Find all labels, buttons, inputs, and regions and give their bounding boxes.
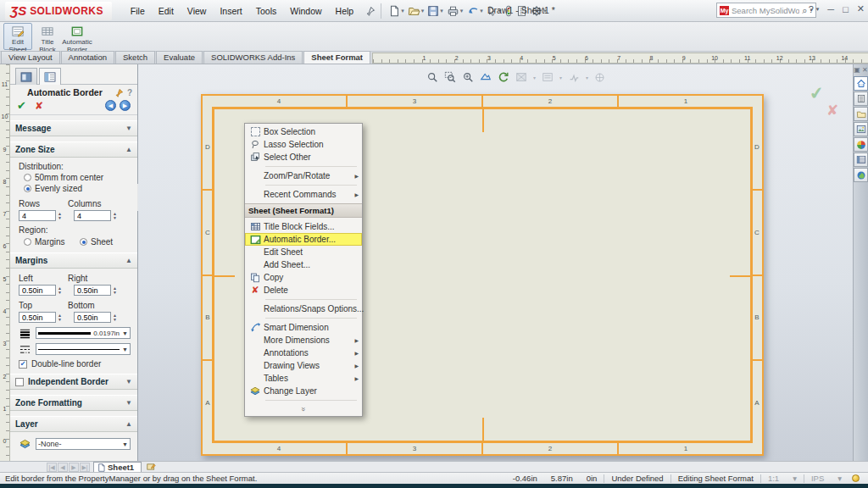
spinner-icon[interactable]: ▲▼ xyxy=(113,313,117,322)
help-icon[interactable]: ? xyxy=(127,88,132,97)
menu-item-change-layer[interactable]: Change Layer xyxy=(245,385,362,397)
display-style-icon[interactable] xyxy=(515,71,527,83)
next-sheet-button[interactable]: ▶ xyxy=(69,463,79,472)
spinner-icon[interactable]: ▲▼ xyxy=(58,313,62,322)
close-button[interactable]: ✕ xyxy=(857,3,865,14)
redraw-icon[interactable] xyxy=(498,71,509,83)
view-settings-icon[interactable] xyxy=(568,71,580,83)
layer-section-header[interactable]: Layer ▲ xyxy=(10,416,137,432)
independent-border-section-header[interactable]: Independent Border ▼ xyxy=(10,374,137,390)
menu-item[interactable]: Edit xyxy=(152,3,181,19)
menu-item-copy[interactable]: Copy xyxy=(245,271,362,284)
search-icon[interactable]: ⌕ xyxy=(802,5,807,16)
cancel-x-icon[interactable]: ✘ xyxy=(35,100,43,112)
menu-item[interactable]: Tools xyxy=(249,3,284,19)
menu-expand-button[interactable]: » xyxy=(245,403,362,414)
radio-sheet[interactable]: Sheet xyxy=(80,237,131,247)
taskpane-tab-design-library[interactable] xyxy=(854,92,868,106)
menu-item-title-block-fields[interactable]: Title Block Fields... xyxy=(245,220,362,233)
minimize-button[interactable]: ─ xyxy=(827,4,834,14)
columns-input[interactable] xyxy=(74,210,111,221)
search-input[interactable]: Search MySolidWorks xyxy=(732,6,799,15)
view-orientation-icon[interactable] xyxy=(594,72,605,83)
zone-formatting-section-header[interactable]: Zone Formatting ▼ xyxy=(10,395,137,411)
menu-item[interactable]: View xyxy=(181,3,214,19)
dropdown-caret-icon[interactable]: ▾ xyxy=(559,75,562,80)
double-line-border-checkbox[interactable]: ✔ Double-line border xyxy=(19,359,131,369)
layer-dropdown[interactable]: -None- ▼ xyxy=(36,438,131,450)
help-button[interactable]: ? xyxy=(809,4,814,14)
zoom-to-area-icon[interactable] xyxy=(444,71,456,83)
menu-item[interactable]: File xyxy=(124,3,152,19)
line-thickness-dropdown[interactable]: 0.0197in ▼ xyxy=(36,327,131,339)
featuremanager-tab[interactable] xyxy=(15,68,37,85)
automatic-border-button[interactable]: Automatic Border xyxy=(63,23,92,50)
left-margin-input[interactable] xyxy=(19,285,56,296)
taskpane-tab-view-palette[interactable] xyxy=(854,122,868,136)
menu-item[interactable]: Help xyxy=(329,3,361,19)
tab-sheet-format[interactable]: Sheet Format xyxy=(303,51,370,64)
units-caret-icon[interactable]: ▾ xyxy=(831,474,849,483)
confirmation-cancel-icon[interactable]: ✘ xyxy=(826,102,838,119)
tab-annotation[interactable]: Annotation xyxy=(61,51,114,64)
menu-item[interactable]: Window xyxy=(283,3,328,19)
tag-icon[interactable] xyxy=(852,474,860,482)
taskpane-tab-resources[interactable] xyxy=(854,76,868,91)
tab-evaluate[interactable]: Evaluate xyxy=(156,51,203,64)
radio-evenly-sized[interactable]: Evenly sized xyxy=(24,184,131,193)
graphics-viewport[interactable]: ▾ ▾ ▾ ✔ ✘ 4321 4321 DCBA DCBA xyxy=(138,64,853,461)
undo-button[interactable]: ▾ xyxy=(465,3,485,19)
new-document-button[interactable]: ▾ xyxy=(387,3,406,19)
zone-size-section-header[interactable]: Zone Size ▲ xyxy=(10,141,137,158)
pan-icon[interactable] xyxy=(480,71,492,83)
message-section-header[interactable]: Message ▼ xyxy=(10,120,137,136)
menu-item-drawing-views[interactable]: Drawing Views ▶ xyxy=(245,359,362,372)
taskpane-pin-icon[interactable]: ▣ xyxy=(854,66,860,74)
taskpane-tab-custom-properties[interactable] xyxy=(854,152,868,167)
tab-solidworks-addins[interactable]: SOLIDWORKS Add-Ins xyxy=(203,51,303,64)
tab-view-layout[interactable]: View Layout xyxy=(1,51,60,64)
menu-item[interactable]: Insert xyxy=(213,3,248,19)
taskpane-close-icon[interactable]: ✕ xyxy=(862,66,868,74)
bottom-margin-input[interactable] xyxy=(74,312,111,323)
top-margin-input[interactable] xyxy=(19,312,56,323)
pin-menu-icon[interactable] xyxy=(365,6,376,16)
add-sheet-button[interactable] xyxy=(147,463,156,471)
rows-input[interactable] xyxy=(19,210,56,221)
menu-item-edit-sheet[interactable]: Edit Sheet xyxy=(245,246,362,258)
radio-margins[interactable]: Margins xyxy=(24,237,75,247)
search-box[interactable]: My Search MySolidWorks ⌕ ▾ xyxy=(716,3,816,18)
right-margin-input[interactable] xyxy=(74,285,111,296)
unit-system[interactable]: IPS xyxy=(804,474,831,483)
prev-sheet-button[interactable]: ◀ xyxy=(58,463,68,472)
tab-sketch[interactable]: Sketch xyxy=(115,51,155,64)
menu-item-automatic-border[interactable]: Automatic Border... xyxy=(245,233,362,246)
propertymanager-tab[interactable] xyxy=(39,68,61,85)
save-button[interactable]: ▾ xyxy=(426,3,445,19)
confirmation-ok-icon[interactable]: ✔ xyxy=(808,82,825,104)
first-sheet-button[interactable]: |◀ xyxy=(47,463,57,472)
help-caret-icon[interactable]: ▾ xyxy=(816,6,820,13)
maximize-button[interactable]: □ xyxy=(843,4,849,14)
menu-item-zoom-pan-rotate[interactable]: Zoom/Pan/Rotate ▶ xyxy=(245,169,362,182)
menu-item-more-dimensions[interactable]: More Dimensions ▶ xyxy=(245,334,362,347)
spinner-icon[interactable]: ▲▼ xyxy=(58,286,62,295)
margins-section-header[interactable]: Margins ▲ xyxy=(10,252,137,269)
menu-item-box-selection[interactable]: Box Selection xyxy=(245,125,362,138)
sheet-scale[interactable]: 1:1 xyxy=(761,474,786,483)
spinner-icon[interactable]: ▲▼ xyxy=(113,286,117,295)
sheet1-tab[interactable]: Sheet1 xyxy=(93,462,142,472)
taskpane-tab-forum[interactable] xyxy=(854,168,868,182)
hide-show-items-icon[interactable] xyxy=(542,71,554,83)
print-button[interactable]: ▾ xyxy=(445,3,465,19)
taskpane-tab-appearances[interactable] xyxy=(854,137,868,152)
pushpin-icon[interactable] xyxy=(114,88,124,97)
zoom-in-out-icon[interactable] xyxy=(462,71,474,83)
dropdown-caret-icon[interactable]: ▾ xyxy=(533,75,536,80)
menu-item-relations-snaps-options[interactable]: Relations/Snaps Options... xyxy=(245,302,362,315)
menu-item-lasso-selection[interactable]: Lasso Selection xyxy=(245,138,362,151)
menu-item-smart-dimension[interactable]: Smart Dimension xyxy=(245,321,362,334)
back-arrow-icon[interactable]: ◀ xyxy=(105,100,116,111)
spinner-icon[interactable]: ▲▼ xyxy=(58,212,62,220)
menu-item-tables[interactable]: Tables ▶ xyxy=(245,372,362,385)
